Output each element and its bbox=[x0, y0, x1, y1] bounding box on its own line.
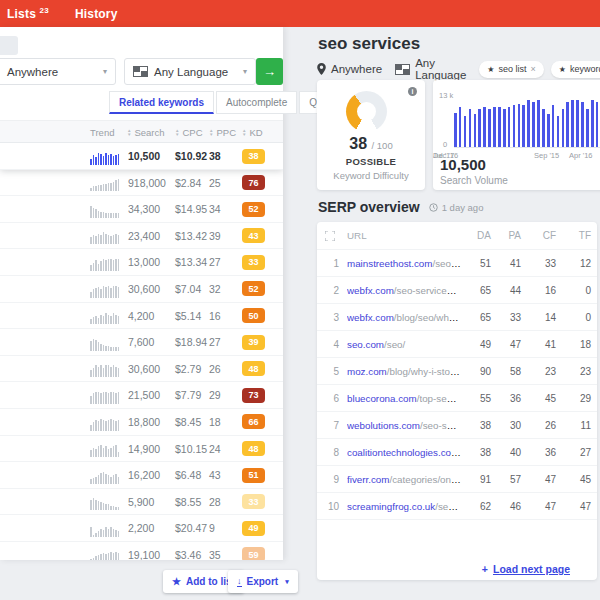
sort-icon: ▲▼ bbox=[242, 129, 246, 136]
kd-badge[interactable]: 51 bbox=[242, 468, 265, 483]
keyword-row[interactable]: 918,000$2.842576 bbox=[0, 170, 283, 197]
kd-badge[interactable]: 59 bbox=[242, 547, 265, 560]
serp-url-link[interactable]: coalitiontechnologies.com/seo-searc… bbox=[347, 447, 461, 458]
keyword-row[interactable]: 18,800$8.451866 bbox=[0, 409, 283, 436]
da-value: 90 bbox=[461, 366, 491, 377]
expand-selection-icon[interactable] bbox=[325, 231, 339, 241]
kd-badge[interactable]: 52 bbox=[242, 281, 265, 296]
column-pa: PA bbox=[491, 230, 521, 241]
difficulty-status: POSSIBLE bbox=[317, 156, 425, 167]
location-select[interactable]: Anywhere ▾ bbox=[0, 58, 116, 85]
serp-url-link[interactable]: seo.com/seo/ bbox=[347, 339, 461, 350]
tab-autocomplete[interactable]: Autocomplete bbox=[216, 91, 297, 114]
export-button[interactable]: ↓ Export ▾ bbox=[228, 570, 298, 593]
serp-updated: 1 day ago bbox=[429, 202, 484, 213]
search-volume-label: Search Volume bbox=[440, 175, 508, 186]
serp-url-link[interactable]: mainstreethost.com/seo-services/ bbox=[347, 258, 461, 269]
keyword-row[interactable]: 34,300$14.953452 bbox=[0, 196, 283, 223]
tf-value: 23 bbox=[556, 366, 591, 377]
kd-badge[interactable]: 33 bbox=[242, 255, 265, 270]
serp-url-link[interactable]: webfx.com/seo-services.html bbox=[347, 285, 461, 296]
kd-badge[interactable]: 33 bbox=[242, 494, 265, 509]
serp-rank: 2 bbox=[325, 285, 339, 296]
keyword-row[interactable]: 23,400$13.423943 bbox=[0, 223, 283, 250]
search-value: 14,900 bbox=[128, 443, 160, 455]
column-cpc-sort[interactable]: ▲▼CPC bbox=[175, 127, 203, 138]
keyword-row[interactable]: 5,900$8.552833 bbox=[0, 489, 283, 516]
serp-url-link[interactable]: moz.com/blog/why-i-stopped-selling-… bbox=[347, 366, 461, 377]
search-value: 918,000 bbox=[128, 177, 166, 189]
ppc-value: 25 bbox=[209, 177, 221, 189]
keyword-row[interactable]: 4,200$5.141650 bbox=[0, 303, 283, 330]
search-submit-button[interactable]: → bbox=[256, 58, 283, 85]
keyword-row[interactable]: 19,100$3.463559 bbox=[0, 542, 283, 560]
keyword-input[interactable] bbox=[0, 36, 18, 55]
kd-badge[interactable]: 49 bbox=[242, 521, 265, 536]
keyword-row[interactable]: 2,200$20.47949 bbox=[0, 515, 283, 542]
ppc-value: 18 bbox=[209, 416, 221, 428]
location-value: Anywhere bbox=[7, 66, 58, 78]
serp-url-link[interactable]: webolutions.com/seo-services/ bbox=[347, 420, 461, 431]
kd-badge[interactable]: 66 bbox=[242, 414, 265, 429]
y-axis-min: 0 bbox=[443, 140, 447, 149]
tf-value: 11 bbox=[556, 420, 591, 431]
pa-value: 36 bbox=[491, 393, 521, 404]
load-next-page-button[interactable]: + Load next page bbox=[482, 563, 570, 575]
keyword-row[interactable]: 13,000$13.342733 bbox=[0, 249, 283, 276]
kd-badge[interactable]: 76 bbox=[242, 175, 265, 190]
info-icon[interactable]: i bbox=[408, 87, 417, 96]
keyword-row[interactable]: 21,500$7.792973 bbox=[0, 382, 283, 409]
language-select[interactable]: Any Language ▾ bbox=[124, 58, 256, 85]
cf-value: 47 bbox=[521, 474, 556, 485]
cpc-value: $10.92 bbox=[175, 150, 207, 162]
ppc-value: 34 bbox=[209, 203, 221, 215]
serp-row: 2webfx.com/seo-services.html6544160 bbox=[317, 277, 597, 304]
tag-chip-seo-list[interactable]: ★ seo list × bbox=[479, 61, 543, 78]
cpc-value: $20.47 bbox=[175, 522, 207, 534]
nav-lists[interactable]: Lists 23 bbox=[7, 6, 49, 21]
ppc-value: 9 bbox=[209, 522, 215, 534]
nav-history[interactable]: History bbox=[75, 7, 118, 21]
serp-url-link[interactable]: fiverr.com/categories/online-marketi… bbox=[347, 474, 461, 485]
chevron-down-icon: ▾ bbox=[243, 67, 247, 76]
trend-sparkline bbox=[90, 444, 119, 457]
kd-badge[interactable]: 73 bbox=[242, 388, 265, 403]
top-nav-bar: Lists 23 History bbox=[0, 0, 600, 27]
chevron-down-icon: ▾ bbox=[285, 578, 289, 586]
serp-row: 7webolutions.com/seo-services/38302611 bbox=[317, 412, 597, 439]
da-value: 65 bbox=[461, 285, 491, 296]
cf-value: 45 bbox=[521, 393, 556, 404]
keyword-row[interactable]: 14,900$10.152448 bbox=[0, 436, 283, 463]
search-value: 5,900 bbox=[128, 496, 154, 508]
remove-tag-icon[interactable]: × bbox=[531, 64, 536, 74]
tab-related-keywords[interactable]: Related keywords bbox=[109, 91, 214, 114]
kd-badge[interactable]: 38 bbox=[242, 149, 265, 164]
language-flag-icon bbox=[395, 64, 410, 75]
serp-row: 8coalitiontechnologies.com/seo-searc…384… bbox=[317, 439, 597, 466]
column-ppc-sort[interactable]: ▲▼PPC bbox=[209, 127, 236, 138]
kd-badge[interactable]: 48 bbox=[242, 441, 265, 456]
kd-badge[interactable]: 39 bbox=[242, 335, 265, 350]
keyword-row[interactable]: 30,600$7.043252 bbox=[0, 276, 283, 303]
difficulty-donut-chart bbox=[346, 91, 387, 132]
column-search-sort[interactable]: ▲▼Search bbox=[127, 127, 165, 138]
kd-badge[interactable]: 43 bbox=[242, 228, 265, 243]
serp-table-header: URL DA PA CF TF bbox=[317, 222, 597, 250]
cf-value: 26 bbox=[521, 420, 556, 431]
serp-url-link[interactable]: webfx.com/blog/seo/what-are-seo-s… bbox=[347, 312, 461, 323]
x-axis-label: Sep '15 bbox=[534, 151, 559, 160]
serp-rank: 9 bbox=[325, 474, 339, 485]
keyword-row[interactable]: 30,600$2.792648 bbox=[0, 356, 283, 383]
column-url: URL bbox=[347, 230, 461, 241]
column-kd-sort[interactable]: ▲▼KD bbox=[242, 127, 263, 138]
keyword-row[interactable]: 16,200$6.484351 bbox=[0, 462, 283, 489]
kd-badge[interactable]: 50 bbox=[242, 308, 265, 323]
serp-url-link[interactable]: bluecorona.com/top-seo-company/ bbox=[347, 393, 461, 404]
keyword-row[interactable]: 7,600$18.942739 bbox=[0, 329, 283, 356]
keyword-row[interactable]: 10,500$10.923838 bbox=[0, 143, 283, 170]
tf-value: 27 bbox=[556, 447, 591, 458]
kd-badge[interactable]: 48 bbox=[242, 361, 265, 376]
kd-badge[interactable]: 52 bbox=[242, 202, 265, 217]
tag-chip-keywords[interactable]: ★ keywords × bbox=[551, 61, 600, 78]
serp-url-link[interactable]: screamingfrog.co.uk/search-engine-… bbox=[347, 501, 461, 512]
